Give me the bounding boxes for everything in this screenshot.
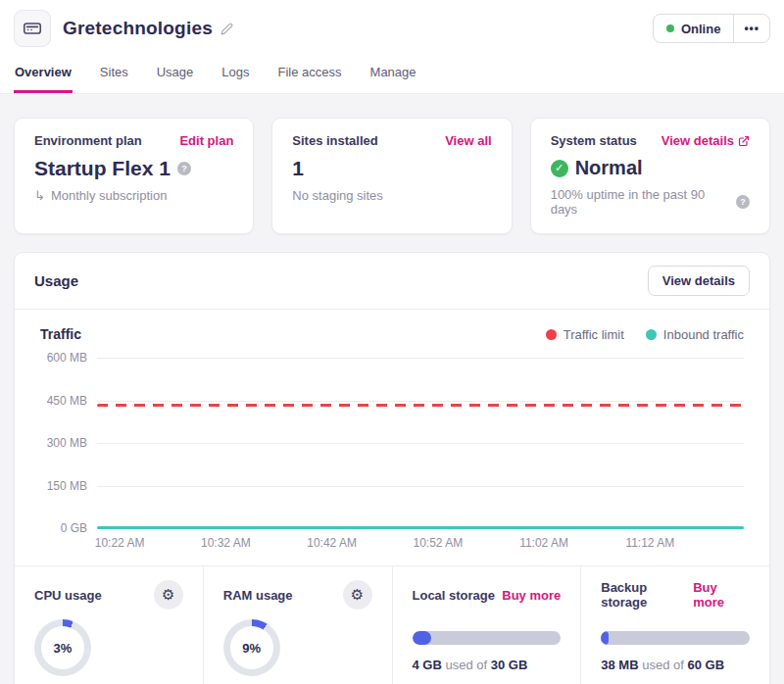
cpu-usage-value: 3% bbox=[54, 641, 73, 656]
external-link-icon bbox=[738, 135, 750, 147]
system-status-label: System status bbox=[551, 133, 637, 148]
x-tick-label: 11:02 AM bbox=[519, 536, 568, 550]
traffic-chart: 600 MB450 MB300 MB150 MB0 GB bbox=[40, 358, 744, 528]
x-tick-label: 11:12 AM bbox=[625, 536, 674, 550]
sites-count: 1 bbox=[292, 157, 304, 180]
local-storage-label: Local storage bbox=[413, 588, 496, 603]
view-status-details-link[interactable]: View details bbox=[662, 133, 750, 148]
tab-usage[interactable]: Usage bbox=[156, 61, 195, 93]
tab-file-access[interactable]: File access bbox=[277, 61, 343, 93]
environment-plan-card: Environment plan Edit plan Startup Flex … bbox=[14, 118, 254, 234]
ellipsis-icon: ••• bbox=[744, 22, 760, 35]
system-status-card: System status View details ✓ Normal 100%… bbox=[530, 118, 770, 234]
sites-installed-label: Sites installed bbox=[292, 133, 377, 148]
series-line-inbound-traffic bbox=[97, 526, 744, 529]
gridline bbox=[97, 401, 744, 402]
tab-sites[interactable]: Sites bbox=[99, 61, 129, 93]
series-line-traffic-limit bbox=[97, 404, 744, 407]
traffic-chart-section: Traffic Traffic limitInbound traffic 600… bbox=[15, 310, 769, 565]
subscription-text: Monthly subscription bbox=[51, 188, 168, 203]
staging-sites-text: No staging sites bbox=[292, 188, 383, 203]
gridline bbox=[97, 443, 744, 444]
backup-storage-total: 60 GB bbox=[687, 658, 724, 672]
cpu-usage-panel: CPU usage ⚙ 3% bbox=[15, 566, 203, 684]
gridline bbox=[97, 486, 744, 487]
online-label: Online bbox=[681, 22, 720, 36]
tab-bar: Overview Sites Usage Logs File access Ma… bbox=[14, 61, 770, 93]
subscription-arrow-icon: ↳ bbox=[34, 188, 45, 203]
local-storage-bar-fill bbox=[413, 631, 432, 645]
backup-storage-buy-more-link[interactable]: Buy more bbox=[693, 580, 750, 610]
x-tick-label: 10:42 AM bbox=[307, 536, 357, 550]
main-content: Environment plan Edit plan Startup Flex … bbox=[0, 94, 784, 684]
backup-storage-bar-fill bbox=[601, 631, 609, 645]
gridline bbox=[97, 358, 744, 359]
legend-dot-icon bbox=[546, 329, 557, 340]
title-row: Gretechnologies Online ••• bbox=[14, 10, 770, 47]
plot-area bbox=[97, 358, 744, 528]
local-storage-buy-more-link[interactable]: Buy more bbox=[502, 588, 561, 603]
gear-icon: ⚙ bbox=[162, 586, 174, 604]
tab-overview[interactable]: Overview bbox=[14, 61, 73, 93]
local-storage-panel: Local storage Buy more 4 GB used of 30 G… bbox=[392, 566, 581, 684]
sites-installed-card: Sites installed View all 1 No staging si… bbox=[271, 118, 512, 234]
backup-storage-text: 38 MB used of 60 GB bbox=[601, 658, 750, 672]
legend-item: Traffic limit bbox=[546, 327, 624, 342]
edit-name-icon[interactable] bbox=[220, 23, 233, 35]
summary-cards-row: Environment plan Edit plan Startup Flex … bbox=[14, 118, 770, 234]
y-tick-label: 600 MB bbox=[47, 351, 87, 365]
ram-usage-donut: 9% bbox=[223, 619, 280, 676]
local-storage-total: 30 GB bbox=[491, 658, 528, 672]
local-storage-join: used of bbox=[445, 658, 487, 672]
local-storage-used: 4 GB bbox=[413, 658, 442, 672]
y-tick-label: 150 MB bbox=[47, 479, 87, 493]
tab-manage[interactable]: Manage bbox=[369, 61, 417, 93]
usage-title: Usage bbox=[34, 272, 78, 289]
ram-settings-button[interactable]: ⚙ bbox=[343, 580, 372, 610]
legend-dot-icon bbox=[646, 329, 657, 340]
backup-storage-used: 38 MB bbox=[601, 658, 638, 672]
backup-storage-label: Backup storage bbox=[601, 580, 693, 610]
page-title: Gretechnologies bbox=[63, 18, 213, 39]
cpu-settings-button[interactable]: ⚙ bbox=[154, 580, 183, 610]
online-status-button[interactable]: Online bbox=[654, 15, 733, 42]
online-dot-icon bbox=[666, 24, 674, 32]
tab-logs[interactable]: Logs bbox=[220, 61, 250, 93]
status-check-icon: ✓ bbox=[551, 160, 568, 177]
local-storage-bar bbox=[413, 631, 562, 645]
environment-plan-label: Environment plan bbox=[34, 133, 142, 148]
traffic-chart-title: Traffic bbox=[40, 326, 81, 342]
server-icon bbox=[14, 10, 51, 47]
plan-help-icon[interactable]: ? bbox=[177, 162, 191, 175]
x-axis-labels: 10:22 AM10:32 AM10:42 AM10:52 AM11:02 AM… bbox=[97, 534, 744, 558]
cpu-usage-donut: 3% bbox=[34, 619, 91, 676]
usage-card: Usage View details Traffic Traffic limit… bbox=[14, 252, 770, 684]
status-button-group: Online ••• bbox=[653, 14, 770, 43]
view-all-sites-link[interactable]: View all bbox=[445, 133, 491, 148]
plan-name: Startup Flex 1 bbox=[34, 157, 171, 180]
legend-label: Traffic limit bbox=[564, 327, 624, 342]
legend-label: Inbound traffic bbox=[663, 327, 744, 342]
ram-usage-panel: RAM usage ⚙ 9% bbox=[203, 566, 392, 684]
y-tick-label: 450 MB bbox=[47, 394, 87, 408]
gear-icon: ⚙ bbox=[351, 586, 364, 604]
backup-storage-panel: Backup storage Buy more 38 MB used of 60… bbox=[580, 566, 769, 684]
x-tick-label: 10:22 AM bbox=[95, 536, 145, 550]
x-tick-label: 10:32 AM bbox=[201, 536, 251, 550]
legend-item: Inbound traffic bbox=[646, 327, 744, 342]
x-tick-label: 10:52 AM bbox=[413, 536, 463, 550]
more-menu-button[interactable]: ••• bbox=[733, 15, 769, 42]
app-header: Gretechnologies Online ••• Overview Site… bbox=[0, 0, 784, 94]
usage-view-details-button[interactable]: View details bbox=[648, 266, 750, 296]
cpu-usage-label: CPU usage bbox=[34, 588, 102, 603]
backup-storage-join: used of bbox=[642, 658, 684, 672]
header-actions: Online ••• bbox=[653, 14, 770, 43]
y-tick-label: 0 GB bbox=[61, 521, 87, 535]
uptime-help-icon[interactable]: ? bbox=[736, 195, 750, 209]
ram-usage-value: 9% bbox=[242, 641, 261, 656]
edit-plan-link[interactable]: Edit plan bbox=[179, 133, 233, 148]
chart-legend: Traffic limitInbound traffic bbox=[546, 327, 744, 342]
y-tick-label: 300 MB bbox=[47, 436, 87, 450]
ram-usage-label: RAM usage bbox=[223, 588, 293, 603]
resource-stats-row: CPU usage ⚙ 3% RAM usage ⚙ 9% Local st bbox=[15, 565, 769, 684]
